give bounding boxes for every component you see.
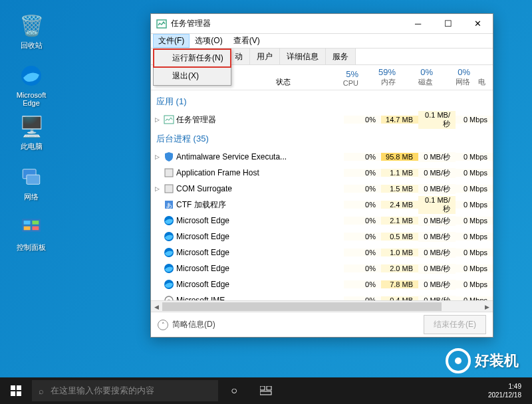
memory-cell: 95.8 MB [381,153,418,161]
minimize-button[interactable]: ─ [403,14,433,33]
menu-options[interactable]: 选项(O) [190,34,227,48]
process-icon [163,183,175,194]
process-name: COM Surrogate [175,184,344,193]
process-list[interactable]: 应用 (1) ▷ 任务管理器 0% 14.7 MB 0.1 MB/秒 0 Mbp… [151,90,493,300]
svg-rect-25 [260,386,265,390]
desktop-icon-network[interactable]: 网络 [12,163,51,202]
icon-label: Microsoft Edge [12,91,51,107]
search-input[interactable]: ⌕ 在这里输入你要搜索的内容 [32,380,218,401]
desktop-icon-edge[interactable]: Microsoft Edge [12,62,51,107]
icon-label: 此电脑 [12,142,51,152]
process-row[interactable]: Microsoft Edge 0% 7.8 MB 0 MB/秒 0 Mbps [151,276,493,292]
expand-icon[interactable]: ▷ [151,153,163,160]
menu-file[interactable]: 文件(F) [153,34,190,48]
watermark: 好装机 [446,348,519,373]
file-dropdown: 运行新任务(N) 退出(X) [153,49,231,86]
fewer-details-button[interactable]: ˄ 简略信息(D) [158,319,215,330]
disk-cell: 0 MB/秒 [418,248,456,258]
process-row[interactable]: Microsoft Edge 0% 2.1 MB 0 MB/秒 0 Mbps [151,213,493,229]
cortana-button[interactable]: ○ [218,377,250,404]
recycle-bin-icon: 🗑️ [18,12,45,39]
titlebar[interactable]: 任务管理器 ─ ☐ ✕ [151,14,493,34]
network-icon [18,163,45,190]
network-cell: 0 Mbps [456,185,493,193]
process-name: Microsoft Edge [175,280,344,289]
cpu-cell: 0% [344,185,381,193]
memory-cell: 2.4 MB [381,201,418,209]
search-icon: ⌕ [39,386,44,396]
col-status[interactable]: 状态 [276,77,327,87]
scrollbar-thumb[interactable] [162,302,442,311]
menu-exit[interactable]: 退出(X) [154,67,231,85]
close-button[interactable]: ✕ [463,14,493,33]
tab-services[interactable]: 服务 [325,48,356,64]
disk-cell: 0 MB/秒 [418,168,456,178]
disk-cell: 0 MB/秒 [418,216,456,226]
process-icon [163,263,175,274]
svg-rect-27 [260,391,271,395]
task-view-icon [260,386,272,395]
cpu-cell: 0% [344,249,381,256]
tab-details[interactable]: 详细信息 [279,48,326,64]
network-cell: 0 Mbps [456,249,493,256]
cpu-cell: 0% [344,201,381,209]
memory-cell: 1.1 MB [381,169,418,177]
col-network[interactable]: 0%网络 [438,67,475,87]
task-manager-icon [156,19,167,29]
clock[interactable]: 1:49 2021/12/18 [483,382,527,399]
edge-icon [18,62,45,89]
expand-icon[interactable]: ▷ [151,116,163,123]
menu-view[interactable]: 查看(V) [228,34,265,48]
desktop-icon-recycle-bin[interactable]: 🗑️ 回收站 [12,12,51,50]
disk-cell: 0 MB/秒 [418,152,456,162]
network-cell: 0 Mbps [456,116,493,124]
col-memory[interactable]: 59%内存 [364,67,401,87]
process-name: Microsoft Edge [175,232,344,241]
process-row[interactable]: あ CTF 加载程序 0% 2.4 MB 0.1 MB/秒 0 Mbps [151,197,493,213]
scroll-right-icon[interactable]: ▶ [481,301,493,312]
process-icon [163,152,175,162]
desktop-icon-this-pc[interactable]: 🖥️ 此电脑 [12,113,51,152]
end-task-button[interactable]: 结束任务(E) [424,315,486,334]
maximize-button[interactable]: ☐ [433,14,463,33]
process-row[interactable]: ▷ COM Surrogate 0% 1.5 MB 0 MB/秒 0 Mbps [151,181,493,197]
process-row[interactable]: ▷ Antimalware Service Executa... 0% 95.8… [151,149,493,165]
process-icon [163,279,175,290]
process-icon [163,231,175,242]
process-row[interactable]: ⊕ Microsoft IME 0% 0.4 MB 0 MB/秒 0 Mbps [151,292,493,300]
network-cell: 0 Mbps [456,153,493,161]
process-icon [163,114,175,125]
col-extra[interactable]: 电 [475,77,487,87]
memory-cell: 2.1 MB [381,217,418,225]
process-row[interactable]: Microsoft Edge 0% 0.5 MB 0 MB/秒 0 Mbps [151,229,493,245]
task-view-button[interactable] [250,377,282,404]
scroll-left-icon[interactable]: ◀ [151,301,162,312]
horizontal-scrollbar[interactable]: ◀ ▶ [151,300,493,312]
process-icon: あ [163,199,175,210]
col-disk[interactable]: 0%磁盘 [401,67,438,87]
system-tray[interactable]: 1:49 2021/12/18 [483,382,532,399]
svg-rect-10 [165,169,173,177]
process-row[interactable]: Microsoft Edge 0% 1.0 MB 0 MB/秒 0 Mbps [151,245,493,260]
network-cell: 0 Mbps [456,217,493,225]
desktop-icon-control-panel[interactable]: 控制面板 [12,214,51,252]
cpu-cell: 0% [344,217,381,225]
svg-rect-5 [32,221,39,225]
svg-rect-21 [11,385,15,390]
start-button[interactable] [0,377,32,404]
expand-icon[interactable]: ▷ [151,185,163,192]
disk-cell: 0 MB/秒 [418,264,456,274]
network-cell: 0 Mbps [456,169,493,177]
process-row[interactable]: ▷ 任务管理器 0% 14.7 MB 0.1 MB/秒 0 Mbps [151,112,493,128]
svg-rect-6 [24,227,31,231]
disk-cell: 0 MB/秒 [418,184,456,194]
svg-rect-2 [27,175,40,184]
tab-startup-partial[interactable]: 动 [232,48,250,64]
process-row[interactable]: Application Frame Host 0% 1.1 MB 0 MB/秒 … [151,165,493,181]
icon-label: 回收站 [12,41,51,50]
process-row[interactable]: Microsoft Edge 0% 2.0 MB 0 MB/秒 0 Mbps [151,260,493,276]
col-cpu[interactable]: 5%CPU [327,69,364,87]
tab-users[interactable]: 用户 [249,48,280,64]
process-name: Microsoft Edge [175,264,344,273]
menu-run-new-task[interactable]: 运行新任务(N) [154,49,231,67]
